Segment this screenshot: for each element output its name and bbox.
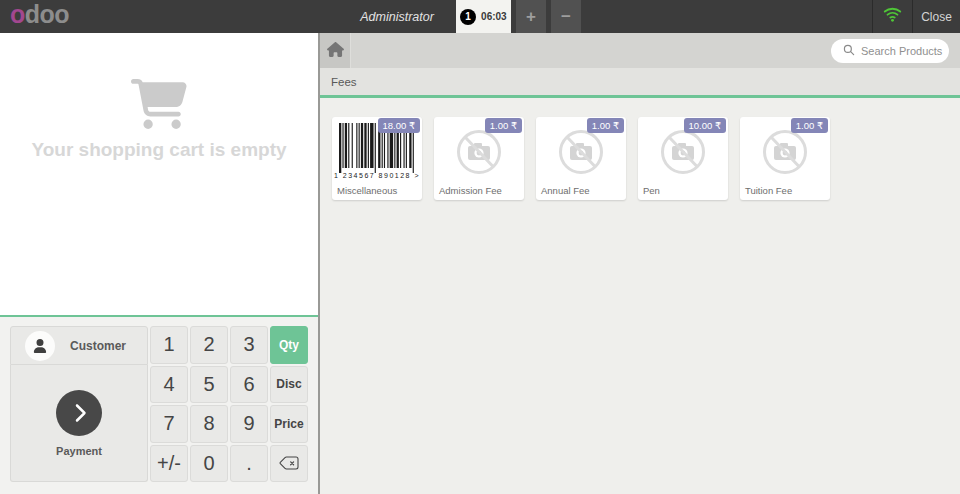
numpad-key-+/-[interactable]: +/- bbox=[150, 445, 188, 483]
numpad-key-qty[interactable]: Qty bbox=[270, 326, 308, 364]
remove-order-button[interactable]: − bbox=[551, 0, 581, 33]
order-time-label: 06:03 bbox=[481, 11, 507, 22]
numpad-key-0[interactable]: 0 bbox=[190, 445, 228, 483]
product-price-tag: 10.00 ₹ bbox=[684, 118, 726, 133]
breadcrumb-bar bbox=[320, 33, 960, 68]
numpad-key-1[interactable]: 1 bbox=[150, 326, 188, 364]
product-image bbox=[536, 128, 626, 176]
pads-section: Customer Payment 1 2 3 Qty 4 5 6 Disc bbox=[0, 317, 318, 494]
empty-cart-area: Your shopping cart is empty bbox=[0, 33, 318, 315]
shopping-cart-icon bbox=[131, 79, 187, 129]
product-grid: 18.00 ₹ 1 234567 890128 > Miscellaneous … bbox=[332, 117, 960, 200]
product-price-tag: 1.00 ₹ bbox=[485, 118, 522, 133]
product-image bbox=[434, 128, 524, 176]
numpad-key-9[interactable]: 9 bbox=[230, 405, 268, 443]
product-name: Annual Fee bbox=[541, 185, 590, 196]
numpad-key-backspace[interactable] bbox=[270, 445, 308, 483]
products-pane: Fees 18.00 ₹ 1 234567 890128 > Miscellan… bbox=[320, 33, 960, 494]
home-category-button[interactable] bbox=[320, 33, 351, 68]
product-card[interactable]: 1.00 ₹ Tuition Fee bbox=[740, 117, 830, 200]
no-image-placeholder-icon bbox=[557, 128, 605, 176]
search-box[interactable] bbox=[831, 39, 949, 63]
customer-button-label: Customer bbox=[70, 339, 126, 353]
numpad-key-7[interactable]: 7 bbox=[150, 405, 188, 443]
product-name: Miscellaneous bbox=[337, 185, 397, 196]
topbar-right: Close bbox=[872, 0, 960, 33]
wifi-status[interactable] bbox=[873, 0, 912, 33]
product-price-tag: 18.00 ₹ bbox=[378, 118, 420, 133]
empty-cart-message: Your shopping cart is empty bbox=[31, 139, 286, 161]
product-card[interactable]: 18.00 ₹ 1 234567 890128 > Miscellaneous bbox=[332, 117, 422, 200]
numpad-key-2[interactable]: 2 bbox=[190, 326, 228, 364]
action-pad: Customer Payment bbox=[10, 326, 148, 482]
topbar-spacer bbox=[69, 0, 360, 33]
topbar-spacer bbox=[581, 0, 872, 33]
no-image-placeholder-icon bbox=[659, 128, 707, 176]
numpad: 1 2 3 Qty 4 5 6 Disc 7 8 9 Price +/- 0 . bbox=[150, 326, 308, 482]
wifi-icon bbox=[883, 6, 902, 27]
add-order-button[interactable]: + bbox=[516, 0, 546, 33]
order-count-badge: 1 bbox=[460, 9, 476, 25]
product-name: Admission Fee bbox=[439, 185, 502, 196]
product-image bbox=[740, 128, 830, 176]
logo-letters-doo: doo bbox=[25, 2, 69, 27]
main-area: Your shopping cart is empty Customer bbox=[0, 33, 960, 494]
numpad-key-.[interactable]: . bbox=[230, 445, 268, 483]
logo-letter-o: o bbox=[10, 2, 25, 27]
odoo-logo: odoo bbox=[0, 0, 69, 33]
product-price-tag: 1.00 ₹ bbox=[587, 118, 624, 133]
barcode-digits: 1 234567 890128 > bbox=[334, 172, 420, 179]
payment-button-label: Payment bbox=[56, 445, 102, 457]
order-pane: Your shopping cart is empty Customer bbox=[0, 33, 318, 494]
numpad-key-price[interactable]: Price bbox=[270, 405, 308, 443]
top-bar: odoo Administrator 1 06:03 + − bbox=[0, 0, 960, 33]
product-card[interactable]: 10.00 ₹ Pen bbox=[638, 117, 728, 200]
search-icon bbox=[843, 42, 855, 60]
product-card[interactable]: 1.00 ₹ Annual Fee bbox=[536, 117, 626, 200]
no-image-placeholder-icon bbox=[455, 128, 503, 176]
product-price-tag: 1.00 ₹ bbox=[791, 118, 828, 133]
category-label: Fees bbox=[331, 76, 357, 88]
numpad-key-6[interactable]: 6 bbox=[230, 366, 268, 404]
product-name: Tuition Fee bbox=[745, 185, 792, 196]
no-image-placeholder-icon bbox=[761, 128, 809, 176]
pos-screen: odoo Administrator 1 06:03 + − bbox=[0, 0, 960, 494]
close-button[interactable]: Close bbox=[913, 0, 960, 33]
backspace-icon bbox=[278, 455, 300, 471]
search-input[interactable] bbox=[861, 45, 951, 57]
numpad-key-3[interactable]: 3 bbox=[230, 326, 268, 364]
avatar bbox=[25, 331, 55, 361]
order-tab[interactable]: 1 06:03 bbox=[456, 0, 511, 33]
home-icon bbox=[327, 42, 344, 60]
numpad-key-5[interactable]: 5 bbox=[190, 366, 228, 404]
payment-button[interactable]: Payment bbox=[10, 365, 148, 482]
customer-button[interactable]: Customer bbox=[10, 326, 148, 365]
chevron-right-icon bbox=[56, 390, 102, 436]
product-area: 18.00 ₹ 1 234567 890128 > Miscellaneous … bbox=[320, 98, 960, 494]
numpad-key-8[interactable]: 8 bbox=[190, 405, 228, 443]
category-bar[interactable]: Fees bbox=[320, 68, 960, 98]
product-image bbox=[638, 128, 728, 176]
product-card[interactable]: 1.00 ₹ Admission Fee bbox=[434, 117, 524, 200]
numpad-key-disc[interactable]: Disc bbox=[270, 366, 308, 404]
numpad-key-4[interactable]: 4 bbox=[150, 366, 188, 404]
product-name: Pen bbox=[643, 185, 660, 196]
username-label: Administrator bbox=[360, 0, 456, 33]
